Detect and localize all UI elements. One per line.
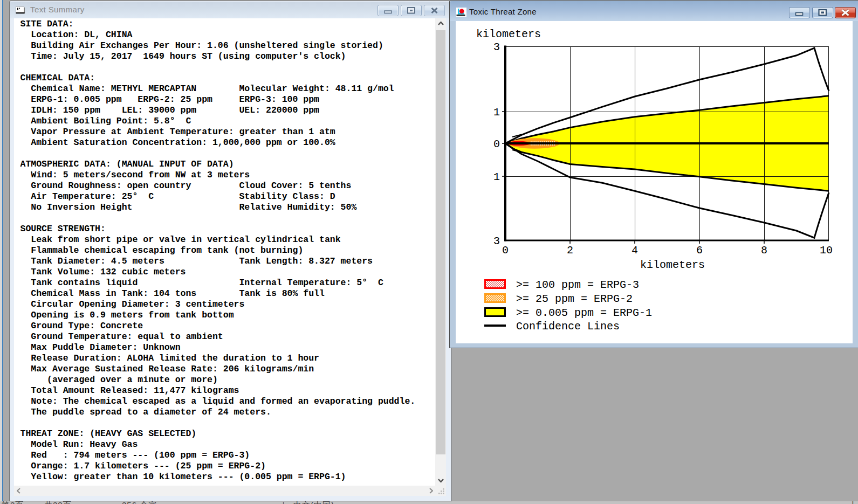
svg-text:3: 3 <box>493 235 499 247</box>
svg-text:kilometers: kilometers <box>640 259 704 271</box>
svg-text:Confidence Lines: Confidence Lines <box>516 320 620 333</box>
svg-text:kilometers: kilometers <box>476 28 541 40</box>
svg-text:>= 100 ppm = ERPG-3: >= 100 ppm = ERPG-3 <box>516 279 639 291</box>
svg-text:1: 1 <box>493 106 499 119</box>
svg-text:0: 0 <box>493 138 499 150</box>
svg-text:8: 8 <box>760 244 767 257</box>
svg-text:2: 2 <box>566 244 573 257</box>
svg-text:4: 4 <box>631 244 637 257</box>
svg-text:0: 0 <box>502 244 508 257</box>
svg-text:3: 3 <box>493 41 499 53</box>
svg-text:6: 6 <box>696 244 702 257</box>
svg-text:>= 25 ppm = ERPG-2: >= 25 ppm = ERPG-2 <box>516 293 633 305</box>
svg-text:1: 1 <box>493 171 499 183</box>
svg-text:>= 0.005 ppm = ERPG-1: >= 0.005 ppm = ERPG-1 <box>516 307 652 319</box>
svg-text:10: 10 <box>819 244 832 257</box>
